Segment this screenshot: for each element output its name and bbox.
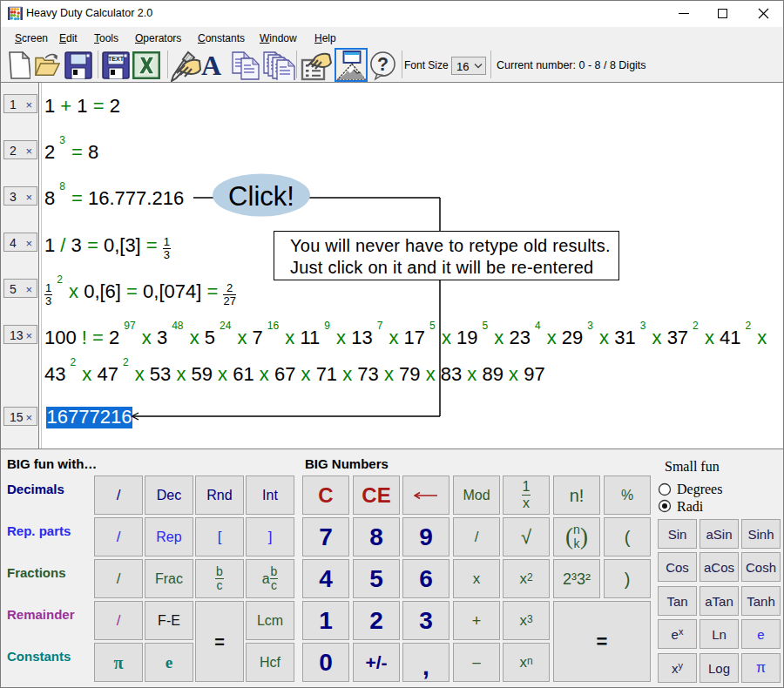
svg-text:?: ? (377, 54, 389, 75)
svg-text:TEXT: TEXT (108, 56, 125, 62)
